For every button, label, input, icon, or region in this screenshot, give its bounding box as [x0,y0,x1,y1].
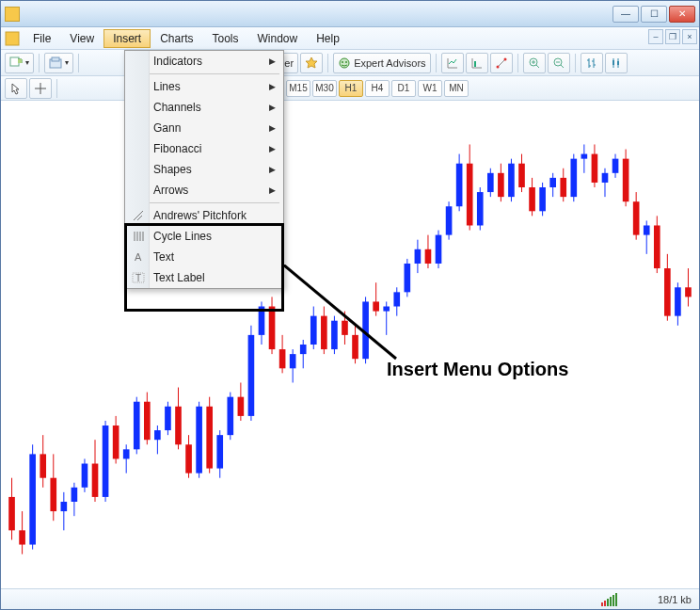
timeframe-m30[interactable]: M30 [312,80,337,97]
menu-item-label: Cycle Lines [153,230,212,243]
menu-separator [129,73,279,74]
menu-item-label: Text Label [153,271,205,284]
text-icon: A [131,249,146,265]
menu-insert[interactable]: Insert [103,29,151,48]
chart-area[interactable] [1,101,699,588]
menu-item-lines[interactable]: Lines▶ [125,76,283,97]
indicator-list-button[interactable] [441,53,464,73]
zoom-in-button[interactable] [523,53,546,73]
submenu-arrow-icon: ▶ [269,165,276,174]
svg-rect-31 [82,464,88,488]
zoom-out-button[interactable] [548,53,570,73]
svg-rect-117 [529,187,535,211]
connection-meter-icon [601,593,648,606]
candlestick-chart-button[interactable] [605,53,628,73]
toolbar-separator [78,54,79,72]
svg-rect-91 [393,292,400,306]
svg-rect-87 [373,301,379,311]
timeframe-h4[interactable]: H4 [365,80,390,97]
expert-advisors-button[interactable]: Expert Advisors [333,53,430,73]
svg-rect-17 [8,497,15,530]
cycle-icon [131,229,146,244]
svg-text:T: T [135,273,141,283]
timeframe-d1[interactable]: D1 [391,80,416,97]
menu-item-shapes[interactable]: Shapes▶ [125,159,283,180]
svg-rect-113 [508,164,515,197]
svg-rect-77 [321,316,327,349]
close-button[interactable]: ✕ [669,6,695,23]
svg-rect-105 [467,164,473,226]
cursor-button[interactable] [5,78,27,99]
toolbar-separator [39,54,40,72]
svg-rect-75 [310,316,317,345]
svg-marker-5 [306,57,317,68]
timeframe-mn[interactable]: MN [444,80,469,97]
toolbar-separator [575,54,576,72]
mdi-restore-button[interactable]: ❐ [665,29,680,44]
svg-rect-127 [581,154,588,159]
svg-rect-85 [362,301,369,359]
svg-rect-83 [352,335,358,359]
svg-rect-51 [185,444,192,473]
svg-text:A: A [135,251,142,263]
menu-file[interactable]: File [24,29,60,48]
svg-rect-95 [415,249,422,264]
pitchfork-icon [131,208,146,223]
titlebar: — ☐ ✕ [1,1,699,27]
maximize-button[interactable]: ☐ [641,6,667,23]
menu-help[interactable]: Help [307,29,349,48]
svg-rect-23 [40,454,46,477]
mdi-close-button[interactable]: × [682,29,697,44]
timeframe-h1[interactable]: H1 [339,80,363,97]
svg-rect-61 [238,397,245,416]
periodicity-button[interactable] [466,53,488,73]
svg-rect-69 [279,349,286,368]
minimize-button[interactable]: — [612,6,639,23]
svg-rect-3 [52,57,59,61]
svg-rect-59 [227,397,233,435]
svg-rect-35 [103,425,109,497]
menu-item-channels[interactable]: Channels▶ [125,97,283,118]
menu-view[interactable]: View [60,29,103,48]
menu-separator [129,202,279,203]
timeframe-w1[interactable]: W1 [418,80,442,97]
svg-rect-143 [664,268,671,316]
menu-item-indicators[interactable]: Indicators▶ [125,51,283,72]
new-chart-button[interactable]: ▾ [5,53,34,73]
menu-item-label: Indicators [153,55,202,68]
menu-item-arrows[interactable]: Arrows▶ [125,180,283,201]
menu-charts[interactable]: Charts [151,29,202,48]
submenu-arrow-icon: ▶ [269,103,276,112]
timeframe-m15[interactable]: M15 [286,80,310,97]
menu-app-icon [5,31,20,46]
menu-item-text-label[interactable]: TText Label [125,267,283,288]
submenu-arrow-icon: ▶ [269,123,276,133]
bar-chart-button[interactable] [581,53,603,73]
svg-rect-111 [498,173,504,197]
mdi-minimize-button[interactable]: – [648,29,663,44]
submenu-arrow-icon: ▶ [269,185,276,195]
menu-item-cycle-lines[interactable]: Cycle Lines [125,226,283,247]
submenu-arrow-icon: ▶ [269,82,276,91]
candlestick-chart [1,101,699,588]
menu-item-fibonacci[interactable]: Fibonacci▶ [125,138,283,159]
menu-tools[interactable]: Tools [203,29,248,48]
profiles-button[interactable]: ▾ [44,53,73,73]
templates-button[interactable] [490,53,513,73]
svg-rect-29 [72,488,78,502]
autotrade-button[interactable] [300,53,323,73]
toolbar-separator [436,54,437,72]
svg-rect-93 [405,264,411,292]
svg-rect-0 [6,32,19,45]
svg-rect-33 [92,464,99,497]
menu-item-gann[interactable]: Gann▶ [125,118,283,138]
menu-window[interactable]: Window [248,29,308,48]
svg-point-10 [496,65,499,68]
toolbar-separator [517,54,518,72]
svg-rect-123 [560,178,566,197]
menu-item-andrews-pitchfork[interactable]: Andrews' Pitchfork [125,205,283,226]
svg-point-8 [345,61,347,63]
svg-rect-97 [425,249,432,264]
crosshair-button[interactable] [29,78,52,99]
menu-item-text[interactable]: AText [125,247,283,267]
